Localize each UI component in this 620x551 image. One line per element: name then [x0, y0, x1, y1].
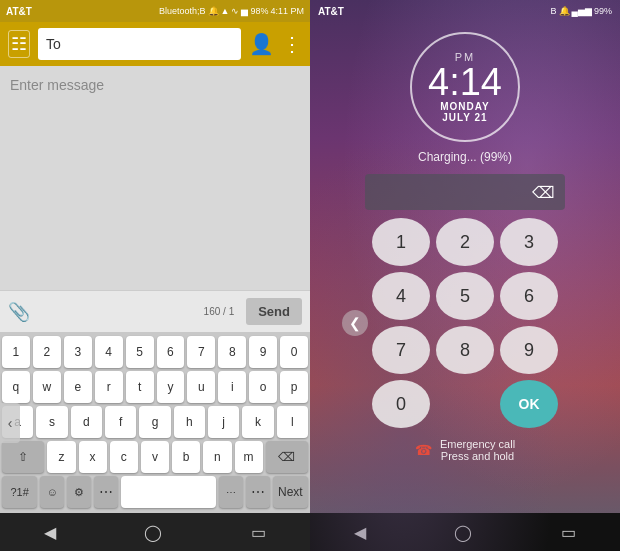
asdf-row: a s d f g h j k l: [2, 406, 308, 438]
emergency-phone-icon[interactable]: ☎: [415, 442, 432, 458]
num-8[interactable]: 8: [436, 326, 494, 374]
num-2[interactable]: 2: [436, 218, 494, 266]
pin-display: ⌫: [365, 174, 565, 210]
signal-right-icon: ▄▅▆: [572, 6, 592, 16]
key-p[interactable]: p: [280, 371, 308, 403]
num-1[interactable]: 1: [372, 218, 430, 266]
time-left: 4:11 PM: [270, 6, 304, 16]
shift-key[interactable]: ⇧: [2, 441, 44, 473]
status-icons-right: B 🔔 ▄▅▆ 99%: [551, 6, 612, 16]
signal-icon: ▲: [221, 6, 230, 16]
next-key[interactable]: Next: [273, 476, 308, 508]
key-b[interactable]: b: [172, 441, 200, 473]
numpad-left-arrow[interactable]: ❮: [342, 310, 368, 336]
key-6[interactable]: 6: [157, 336, 185, 368]
num-7[interactable]: 7: [372, 326, 430, 374]
key-c[interactable]: c: [110, 441, 138, 473]
space-key[interactable]: [121, 476, 215, 508]
person-icon[interactable]: 👤: [249, 32, 274, 56]
key-3[interactable]: 3: [64, 336, 92, 368]
status-bar-right: AT&T B 🔔 ▄▅▆ 99%: [310, 0, 620, 22]
clock-circle: PM 4:14 MONDAY JULY 21: [410, 32, 520, 142]
status-bar-left: AT&T Bluetooth;B 🔔 ▲ ∿ ▅ 98% 4:11 PM: [0, 0, 310, 22]
numpad: ❮ 1 2 3 4 5 6 7 8 9 0 OK: [372, 218, 558, 428]
zxcv-row: ⇧ z x c v b n m ⌫: [2, 441, 308, 473]
bottom-row: ?1# ☺ ⚙ ⋯ ⋯ ⋯ Next: [2, 476, 308, 508]
num-0[interactable]: 0: [372, 380, 430, 428]
key-i[interactable]: i: [218, 371, 246, 403]
status-icons-left: Bluetooth;B 🔔 ▲ ∿ ▅ 98% 4:11 PM: [159, 6, 304, 16]
carrier-left: AT&T: [6, 6, 32, 17]
emergency-line2: Press and hold: [440, 450, 515, 462]
recents-icon[interactable]: ▭: [251, 523, 266, 542]
key-q[interactable]: q: [2, 371, 30, 403]
key-7[interactable]: 7: [187, 336, 215, 368]
key-n[interactable]: n: [203, 441, 231, 473]
num-6[interactable]: 6: [500, 272, 558, 320]
mic-key[interactable]: ⋯: [219, 476, 243, 508]
notification-icon: 🔔: [208, 6, 219, 16]
battery-right: 99%: [594, 6, 612, 16]
key-g[interactable]: g: [139, 406, 170, 438]
back-icon[interactable]: ◀: [44, 523, 56, 542]
home-icon[interactable]: ◯: [144, 523, 162, 542]
attach-icon[interactable]: 📎: [8, 301, 30, 323]
dots-key[interactable]: ⋯: [94, 476, 118, 508]
key-e[interactable]: e: [64, 371, 92, 403]
key-r[interactable]: r: [95, 371, 123, 403]
key-2[interactable]: 2: [33, 336, 61, 368]
key-j[interactable]: j: [208, 406, 239, 438]
carrier-right: AT&T: [318, 6, 344, 17]
app-toolbar: ☷ 👤 ⋮: [0, 22, 310, 66]
bottom-nav-left: ◀ ◯ ▭: [0, 513, 310, 551]
key-t[interactable]: t: [126, 371, 154, 403]
sym-key[interactable]: ?1#: [2, 476, 37, 508]
message-placeholder: Enter message: [10, 77, 104, 93]
backspace-key[interactable]: ⌫: [266, 441, 308, 473]
num-4[interactable]: 4: [372, 272, 430, 320]
keyboard-arrow-left[interactable]: ‹: [0, 403, 20, 443]
emoji-key[interactable]: ☺: [40, 476, 64, 508]
key-s[interactable]: s: [36, 406, 67, 438]
key-d[interactable]: d: [71, 406, 102, 438]
key-u[interactable]: u: [187, 371, 215, 403]
ok-button[interactable]: OK: [500, 380, 558, 428]
message-input-bar: 📎 160 / 1 Send: [0, 290, 310, 332]
key-k[interactable]: k: [242, 406, 273, 438]
key-x[interactable]: x: [79, 441, 107, 473]
more-icon[interactable]: ⋮: [282, 32, 302, 56]
emergency-text-block: Emergency call Press and hold: [440, 438, 515, 462]
num-3[interactable]: 3: [500, 218, 558, 266]
key-v[interactable]: v: [141, 441, 169, 473]
num-5[interactable]: 5: [436, 272, 494, 320]
messaging-app: AT&T Bluetooth;B 🔔 ▲ ∿ ▅ 98% 4:11 PM ☷ 👤…: [0, 0, 310, 551]
key-0[interactable]: 0: [280, 336, 308, 368]
key-z[interactable]: z: [47, 441, 75, 473]
key-f[interactable]: f: [105, 406, 136, 438]
key-m[interactable]: m: [235, 441, 263, 473]
message-area: Enter message: [0, 66, 310, 290]
pin-backspace-icon[interactable]: ⌫: [532, 183, 555, 202]
key-o[interactable]: o: [249, 371, 277, 403]
settings-key[interactable]: ⚙: [67, 476, 91, 508]
key-y[interactable]: y: [157, 371, 185, 403]
to-input[interactable]: [38, 28, 241, 60]
notify-right-icon: 🔔: [559, 6, 570, 16]
key-l[interactable]: l: [277, 406, 308, 438]
key-9[interactable]: 9: [249, 336, 277, 368]
key-4[interactable]: 4: [95, 336, 123, 368]
grid-icon[interactable]: ☷: [8, 30, 30, 58]
lock-screen: AT&T B 🔔 ▄▅▆ 99% PM 4:14 MONDAY JULY 21 …: [310, 0, 620, 551]
key-8[interactable]: 8: [218, 336, 246, 368]
key-1[interactable]: 1: [2, 336, 30, 368]
num-9[interactable]: 9: [500, 326, 558, 374]
key-w[interactable]: w: [33, 371, 61, 403]
lock-content: PM 4:14 MONDAY JULY 21 Charging... (99%)…: [310, 22, 620, 513]
key-h[interactable]: h: [174, 406, 205, 438]
dots-key2[interactable]: ⋯: [246, 476, 270, 508]
key-5[interactable]: 5: [126, 336, 154, 368]
send-button[interactable]: Send: [246, 298, 302, 325]
charging-text: Charging... (99%): [418, 150, 512, 164]
bluetooth-icon: Bluetooth;B: [159, 6, 206, 16]
battery-icon: 98%: [250, 6, 268, 16]
